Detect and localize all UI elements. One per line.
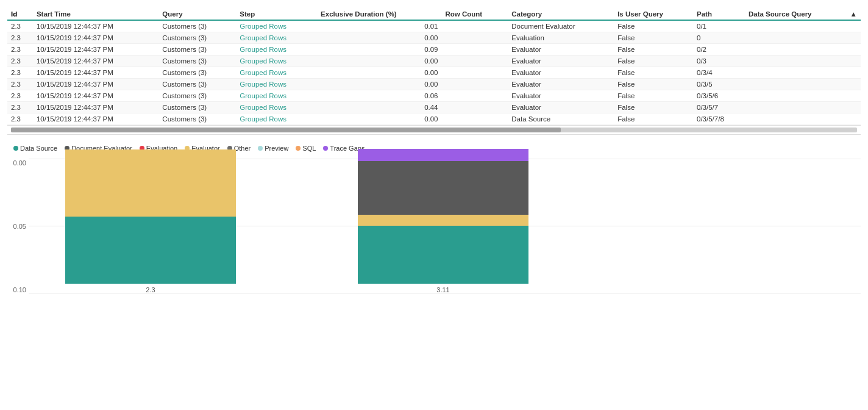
- table-cell: Customers (3): [158, 44, 236, 56]
- legend-label: Data Source: [20, 145, 57, 152]
- col-header-path[interactable]: Path: [693, 9, 745, 20]
- table-cell: 0/3/5/7/8: [693, 113, 745, 125]
- table-cell: 2.3: [7, 56, 33, 67]
- table-cell: 0.00: [317, 56, 441, 67]
- table-cell: Customers (3): [158, 102, 236, 113]
- table-cell: 0: [693, 32, 745, 44]
- table-header-row: Id Start Time Query Step Exclusive Durat…: [7, 9, 861, 20]
- bar-label: 3.11: [436, 286, 449, 293]
- table-cell: Evaluation: [508, 32, 614, 44]
- col-header-start-time[interactable]: Start Time: [33, 9, 158, 20]
- table-cell: False: [614, 44, 693, 56]
- col-header-is-user-query[interactable]: Is User Query: [614, 9, 693, 20]
- table-cell: 10/15/2019 12:44:37 PM: [33, 44, 158, 56]
- table-cell: Grouped Rows: [236, 102, 317, 113]
- table-row: 2.310/15/2019 12:44:37 PMCustomers (3)Gr…: [7, 56, 861, 67]
- table-cell: [442, 67, 508, 79]
- bar-segment: [65, 149, 236, 217]
- table-cell: Grouped Rows: [236, 44, 317, 56]
- bar-group: 3.11: [358, 149, 528, 293]
- table-cell: False: [614, 79, 693, 90]
- col-header-step[interactable]: Step: [236, 9, 317, 20]
- table-cell: 0.00: [317, 113, 441, 125]
- table-cell: 2.3: [7, 90, 33, 102]
- table-cell: 0/2: [693, 44, 745, 56]
- table-cell: 0.00: [317, 79, 441, 90]
- chart-plot: 2.33.11: [29, 159, 861, 293]
- table-cell: False: [614, 32, 693, 44]
- table-cell: False: [614, 90, 693, 102]
- table-cell: 10/15/2019 12:44:37 PM: [33, 102, 158, 113]
- legend-label: Other: [234, 145, 251, 152]
- table-cell: [745, 67, 861, 79]
- table-cell: 0/3: [693, 56, 745, 67]
- table-cell: [442, 44, 508, 56]
- y-axis: 0.10 0.05 0.00: [7, 159, 29, 293]
- table-cell: [745, 79, 861, 90]
- col-header-data-source-query[interactable]: Data Source Query ▲: [745, 9, 861, 20]
- legend-item: Data Source: [13, 145, 57, 152]
- bar-segment: [358, 149, 528, 161]
- table-cell: Grouped Rows: [236, 79, 317, 90]
- table-cell: [745, 20, 861, 32]
- legend-label: SQL: [302, 145, 316, 152]
- bar-segment: [358, 226, 528, 284]
- y-label-010: 0.10: [13, 286, 26, 293]
- table-cell: Customers (3): [158, 20, 236, 32]
- bar-stack: [65, 149, 236, 284]
- y-label-000: 0.00: [13, 159, 26, 167]
- table-cell: [745, 113, 861, 125]
- col-header-id[interactable]: Id: [7, 9, 33, 20]
- table-row: 2.310/15/2019 12:44:37 PMCustomers (3)Gr…: [7, 90, 861, 102]
- scroll-thumb[interactable]: [11, 128, 561, 132]
- table-cell: Document Evaluator: [508, 20, 614, 32]
- table-row: 2.310/15/2019 12:44:37 PMCustomers (3)Gr…: [7, 44, 861, 56]
- legend-item: Preview: [258, 145, 288, 152]
- table-cell: 2.3: [7, 79, 33, 90]
- table-cell: 10/15/2019 12:44:37 PM: [33, 113, 158, 125]
- table-cell: Grouped Rows: [236, 20, 317, 32]
- table-row: 2.310/15/2019 12:44:37 PMCustomers (3)Gr…: [7, 102, 861, 113]
- table-cell: 10/15/2019 12:44:37 PM: [33, 90, 158, 102]
- table-cell: False: [614, 67, 693, 79]
- table-cell: Evaluator: [508, 56, 614, 67]
- table-cell: [442, 113, 508, 125]
- table-cell: 2.3: [7, 44, 33, 56]
- table-row: 2.310/15/2019 12:44:37 PMCustomers (3)Gr…: [7, 79, 861, 90]
- bar-label: 2.3: [146, 286, 155, 293]
- legend-label: Preview: [265, 145, 288, 152]
- table-cell: Customers (3): [158, 113, 236, 125]
- col-header-row-count[interactable]: Row Count: [442, 9, 508, 20]
- table-cell: [442, 56, 508, 67]
- trace-table-wrapper[interactable]: Id Start Time Query Step Exclusive Durat…: [7, 9, 861, 125]
- table-cell: False: [614, 20, 693, 32]
- table-cell: Customers (3): [158, 90, 236, 102]
- table-cell: [442, 79, 508, 90]
- table-cell: Evaluator: [508, 67, 614, 79]
- table-cell: [745, 90, 861, 102]
- col-header-query[interactable]: Query: [158, 9, 236, 20]
- table-cell: 0.44: [317, 102, 441, 113]
- table-row: 2.310/15/2019 12:44:37 PMCustomers (3)Gr…: [7, 113, 861, 125]
- table-cell: [442, 102, 508, 113]
- table-cell: 0/3/5/7: [693, 102, 745, 113]
- col-header-exclusive-duration[interactable]: Exclusive Duration (%): [317, 9, 441, 20]
- table-cell: Customers (3): [158, 32, 236, 44]
- table-cell: Grouped Rows: [236, 32, 317, 44]
- table-cell: [745, 32, 861, 44]
- table-row: 2.310/15/2019 12:44:37 PMCustomers (3)Gr…: [7, 32, 861, 44]
- table-cell: 0/3/5: [693, 79, 745, 90]
- table-cell: [745, 44, 861, 56]
- trace-table: Id Start Time Query Step Exclusive Durat…: [7, 9, 861, 125]
- table-cell: Evaluator: [508, 102, 614, 113]
- table-cell: 0.06: [317, 90, 441, 102]
- col-header-category[interactable]: Category: [508, 9, 614, 20]
- bar-group: 2.3: [65, 149, 236, 293]
- table-cell: 0/3/5/6: [693, 90, 745, 102]
- legend-item: SQL: [296, 145, 316, 152]
- legend-dot: [258, 146, 263, 151]
- scroll-bar[interactable]: [7, 125, 861, 135]
- table-cell: Grouped Rows: [236, 113, 317, 125]
- bar-stack: [358, 149, 528, 284]
- legend-dot: [323, 146, 328, 151]
